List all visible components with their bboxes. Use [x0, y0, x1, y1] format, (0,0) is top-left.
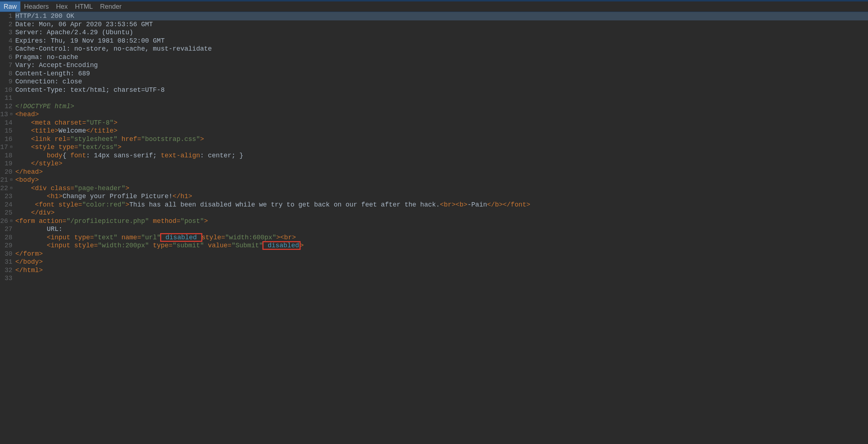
header-content-type: Content-Type: text/html; charset=UTF-8: [15, 86, 165, 94]
code-line: <meta charset="UTF-8">: [15, 119, 868, 127]
code-line: <head>: [15, 110, 868, 119]
line-number: 29: [0, 241, 12, 250]
line-number: 1: [0, 12, 12, 20]
code-line: </style>: [15, 160, 868, 168]
code-line: <body>: [15, 176, 868, 184]
line-number: 15: [0, 127, 12, 135]
code-line: <title>Welcome</title>: [15, 127, 868, 135]
header-pragma: Pragma: no-cache: [15, 54, 78, 61]
line-number-gutter: 1 2 3 4 5 6 7 8 9 10 11 12 13⊟ 14 15 16 …: [0, 12, 15, 283]
code-line: Date: Mon, 06 Apr 2020 23:53:56 GMT: [15, 20, 868, 29]
code-line: [15, 94, 868, 102]
code-line: Vary: Accept-Encoding: [15, 61, 868, 70]
line-number: 30: [0, 250, 12, 258]
code-line: <form action="/profilepicture.php" metho…: [15, 217, 868, 225]
code-line: <link rel="stylesheet" href="bootstrap.c…: [15, 135, 868, 144]
line-number: 2: [0, 20, 12, 29]
doctype: <!DOCTYPE html>: [15, 103, 74, 110]
tab-raw[interactable]: Raw: [0, 1, 20, 12]
line-number: 19: [0, 160, 12, 168]
line-number: 7: [0, 61, 12, 70]
code-line: <font style="color:red">This has all bee…: [15, 201, 868, 209]
fold-icon[interactable]: ⊟: [9, 178, 12, 182]
code-line: [15, 274, 868, 283]
code-area[interactable]: HTTP/1.1 200 OK Date: Mon, 06 Apr 2020 2…: [15, 12, 868, 283]
header-server: Server: Apache/2.4.29 (Ubuntu): [15, 29, 133, 36]
code-line: Server: Apache/2.4.29 (Ubuntu): [15, 28, 868, 37]
fold-icon[interactable]: ⊟: [9, 145, 12, 150]
code-line: Content-Length: 689: [15, 70, 868, 78]
tab-headers[interactable]: Headers: [20, 1, 52, 12]
code-line: </html>: [15, 266, 868, 275]
line-number: 28: [0, 233, 12, 242]
code-line: HTTP/1.1 200 OK: [15, 12, 868, 20]
line-number: 5: [0, 45, 12, 53]
line-number: 14: [0, 119, 12, 127]
line-number: 10: [0, 86, 12, 94]
line-number: 13⊟: [0, 110, 12, 119]
header-content-length: Content-Length: 689: [15, 70, 90, 77]
code-line: <style type="text/css">: [15, 143, 868, 152]
line-number: 20: [0, 168, 12, 176]
line-number: 31: [0, 258, 12, 266]
code-line: <div class="page-header">: [15, 184, 868, 193]
line-number: 4: [0, 37, 12, 45]
editor: 1 2 3 4 5 6 7 8 9 10 11 12 13⊟ 14 15 16 …: [0, 12, 868, 283]
code-line: body{ font: 14px sans-serif; text-align:…: [15, 152, 868, 160]
fold-icon[interactable]: ⊟: [9, 219, 12, 224]
code-line: <input type="text" name="url" disabled s…: [15, 233, 868, 242]
line-number: 23: [0, 192, 12, 201]
code-line: </head>: [15, 168, 868, 176]
line-number: 16: [0, 135, 12, 144]
line-number: 11: [0, 94, 12, 102]
tab-render[interactable]: Render: [96, 1, 125, 12]
line-number: 21⊟: [0, 176, 12, 184]
line-number: 24: [0, 201, 12, 209]
header-date: Date: Mon, 06 Apr 2020 23:53:56 GMT: [15, 21, 153, 28]
fold-icon[interactable]: ⊟: [9, 112, 12, 117]
code-line: </div>: [15, 209, 868, 217]
head-open: <head>: [15, 111, 39, 118]
code-line: Pragma: no-cache: [15, 53, 868, 62]
code-line: Content-Type: text/html; charset=UTF-8: [15, 86, 868, 94]
view-tabs: Raw Headers Hex HTML Render: [0, 1, 868, 12]
line-number: 33: [0, 274, 12, 283]
code-line: <input style="width:200px" type="submit"…: [15, 241, 868, 250]
http-status-line: HTTP/1.1 200 OK: [15, 12, 74, 20]
header-connection: Connection: close: [15, 78, 82, 85]
line-number: 25: [0, 209, 12, 217]
code-line: <h1>Change your Profile Picture!</h1>: [15, 192, 868, 201]
code-line: Cache-Control: no-store, no-cache, must-…: [15, 45, 868, 53]
tab-html[interactable]: HTML: [71, 1, 96, 12]
code-line: </body>: [15, 258, 868, 266]
highlight-disabled-attr: disabled: [161, 234, 202, 241]
code-line: URL:: [15, 225, 868, 233]
code-line: Connection: close: [15, 78, 868, 86]
header-vary: Vary: Accept-Encoding: [15, 62, 98, 69]
header-expires: Expires: Thu, 19 Nov 1981 08:52:00 GMT: [15, 37, 165, 44]
line-number: 22⊟: [0, 184, 12, 193]
header-cache-control: Cache-Control: no-store, no-cache, must-…: [15, 45, 212, 52]
line-number: 6: [0, 53, 12, 62]
line-number: 32: [0, 266, 12, 275]
tab-hex[interactable]: Hex: [52, 1, 71, 12]
line-number: 3: [0, 28, 12, 37]
line-number: 12: [0, 102, 12, 111]
line-number: 18: [0, 152, 12, 160]
highlight-disabled-attr: disabled: [263, 242, 300, 249]
code-line: <!DOCTYPE html>: [15, 102, 868, 111]
line-number: 9: [0, 78, 12, 86]
code-line: Expires: Thu, 19 Nov 1981 08:52:00 GMT: [15, 37, 868, 45]
line-number: 27: [0, 225, 12, 233]
line-number: 8: [0, 70, 12, 78]
line-number: 26⊟: [0, 217, 12, 225]
fold-icon[interactable]: ⊟: [9, 186, 12, 191]
code-line: </form>: [15, 250, 868, 258]
line-number: 17⊟: [0, 143, 12, 152]
